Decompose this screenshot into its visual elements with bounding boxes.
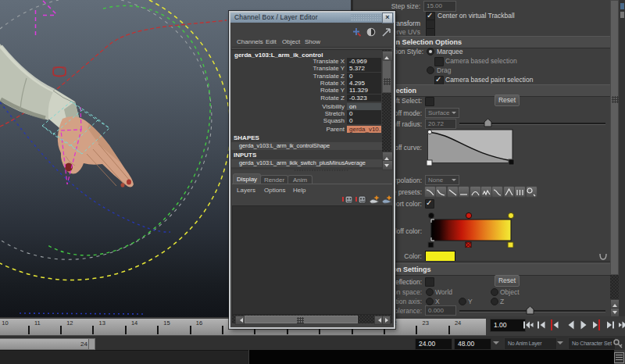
marquee-radio[interactable] [427, 48, 434, 55]
step-size-field[interactable]: 15.00 [423, 1, 456, 12]
channel-label[interactable]: Translate Z [261, 73, 345, 80]
control-curve-yellow[interactable] [0, 0, 230, 280]
tolerance-slider-handle[interactable] [525, 305, 535, 316]
layer-hscroll-right-button[interactable] [382, 316, 391, 325]
breakdown-arrow-icon[interactable] [383, 29, 390, 36]
inputs-item[interactable]: gerda_v103:L_arm_ikik_switch_plusMinusAv… [231, 159, 390, 167]
falloff-radius-slider-handle[interactable] [483, 118, 493, 128]
falloff-color-ramp[interactable] [425, 212, 519, 248]
soft-select-reset-button[interactable]: Reset [495, 95, 520, 106]
channel-value-field[interactable]: 11.329 [347, 87, 381, 94]
channel-label[interactable]: Rotate X [261, 80, 345, 87]
soft-select-checkbox[interactable] [425, 97, 434, 106]
menu-options[interactable]: Options [264, 187, 286, 194]
character-set-menu[interactable]: No Character Set [568, 337, 616, 350]
curve-preset-button[interactable] [491, 186, 503, 198]
axis-z-radio[interactable] [491, 298, 498, 305]
curve-preset-button[interactable] [503, 186, 515, 198]
channel-value-field[interactable]: gerda_v10... [347, 126, 381, 133]
range-slider-bar[interactable]: 24 [0, 338, 95, 350]
character-set-arrow-icon[interactable] [557, 341, 563, 348]
axis-y-radio[interactable] [459, 298, 466, 305]
script-editor-icon[interactable] [614, 352, 624, 363]
falloff-curve-widget[interactable] [427, 128, 516, 167]
character-arm[interactable] [0, 44, 134, 187]
curve-preset-button[interactable] [424, 186, 436, 198]
new-empty-layer-icon[interactable] [370, 195, 380, 203]
channel-scrollbar-thumb[interactable] [382, 60, 391, 93]
menu-object[interactable]: Object [282, 38, 300, 45]
edge-icon-2[interactable] [620, 12, 624, 18]
play-backwards-button[interactable] [569, 321, 574, 330]
ramp-handle-black-top[interactable] [428, 212, 434, 218]
curve-preset-button[interactable] [435, 186, 447, 198]
curve-preset-button[interactable] [458, 186, 470, 198]
curve-preset-button[interactable] [526, 186, 538, 198]
move-layer-up-icon[interactable] [343, 196, 352, 203]
channel-value-field[interactable]: 5.372 [347, 65, 381, 72]
viewport-color-checkbox[interactable] [425, 199, 434, 209]
layer-hscrollbar-thumb[interactable] [245, 316, 358, 323]
anim-layer-menu[interactable]: No Anim Layer [504, 337, 557, 350]
control-dots-blue-bottom[interactable] [20, 313, 145, 314]
panel-scrollbar-thumb[interactable] [610, 0, 619, 275]
new-layer-from-selected-icon[interactable] [382, 195, 392, 203]
menu-layers[interactable]: Layers [237, 187, 255, 194]
color-swatch[interactable] [425, 251, 455, 262]
menu-edit[interactable]: Edit [266, 38, 277, 45]
playback-end-field[interactable]: 24.00 [415, 338, 452, 350]
go-to-start-button[interactable] [523, 322, 534, 329]
ramp-handle-red-top[interactable] [466, 212, 471, 218]
channel-value-field[interactable]: on [347, 103, 381, 110]
pane-splitter[interactable] [294, 170, 348, 171]
step-forward-key-button[interactable] [593, 319, 600, 330]
channel-label[interactable]: Translate X [261, 58, 345, 65]
step-back-key-button[interactable] [551, 319, 559, 330]
channel-value-field[interactable]: -0.969 [347, 58, 381, 65]
window-titlebar[interactable]: Channel Box / Layer Editor × [230, 12, 394, 23]
shapes-item[interactable]: gerda_v103:L_arm_ik_controlShape [231, 142, 390, 150]
play-forwards-button[interactable] [581, 321, 587, 330]
channel-value-field[interactable]: 0 [347, 110, 381, 117]
channel-value-field[interactable]: 0 [347, 73, 381, 80]
channel-label[interactable]: Stretch [261, 110, 345, 117]
channel-label[interactable]: Parent [261, 126, 345, 133]
step-forward-frame-button[interactable] [607, 322, 614, 329]
channel-value-field[interactable]: 4.295 [347, 80, 381, 87]
range-bar-handle[interactable] [88, 339, 95, 349]
reflection-checkbox[interactable] [425, 277, 434, 287]
curve-preset-button[interactable] [470, 186, 481, 198]
layer-list[interactable] [232, 205, 392, 315]
interpolation-dropdown[interactable]: None [425, 175, 459, 185]
layer-hscroll-left-button[interactable] [235, 316, 245, 325]
drag-radio[interactable] [427, 66, 434, 74]
falloff-mode-dropdown[interactable]: Surface [425, 108, 459, 118]
channel-label[interactable]: Visibility [261, 103, 345, 110]
ramp-handle-yellow-bottom[interactable] [508, 242, 513, 248]
menu-help[interactable]: Help [293, 187, 305, 194]
ramp-handle-black-bottom[interactable] [428, 242, 434, 248]
channel-label[interactable]: Rotate Z [261, 95, 345, 102]
reflection-reset-button[interactable]: Reset [495, 275, 520, 287]
anim-layer-arrow-icon[interactable] [493, 341, 499, 348]
object-radio[interactable] [491, 288, 498, 296]
animation-end-field[interactable]: 48.00 [454, 338, 491, 350]
menu-channels[interactable]: Channels [237, 38, 263, 45]
curve-preset-button[interactable] [514, 186, 526, 198]
command-line-input[interactable] [0, 350, 248, 364]
channel-label[interactable]: Rotate Y [261, 87, 345, 94]
window-close-button[interactable]: × [382, 12, 393, 23]
curve-preset-button[interactable] [447, 186, 459, 198]
axis-x-radio[interactable] [426, 298, 434, 305]
ramp-handle-yellow-top[interactable] [508, 212, 513, 218]
control-box-red[interactable] [53, 67, 66, 77]
move-layer-down-icon[interactable] [356, 196, 366, 203]
manipulator-icon[interactable] [353, 28, 361, 36]
speed-state-icon[interactable] [367, 28, 375, 36]
channel-label[interactable]: Squash [261, 117, 345, 124]
channel-label[interactable]: Translate Y [261, 65, 345, 72]
channel-scroll-down-button[interactable] [382, 160, 393, 170]
tab-display[interactable]: Display [233, 173, 261, 184]
control-curve-gray[interactable] [0, 0, 212, 259]
current-time-field[interactable]: 1.00 [490, 319, 526, 332]
